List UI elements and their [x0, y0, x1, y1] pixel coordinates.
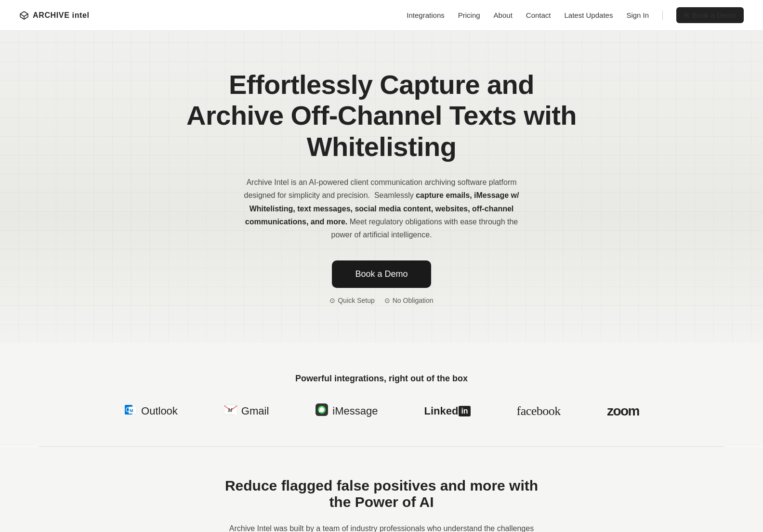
- nav-about[interactable]: About: [494, 11, 513, 19]
- hero-section: Effortlessly Capture and Archive Off-Cha…: [0, 31, 763, 343]
- ai-section-subtitle: Archive Intel was built by a team of ind…: [227, 522, 536, 532]
- integrations-grid: M Outlook M Gmail: [117, 403, 646, 419]
- integrations-title: Powerful integrations, right out of the …: [19, 374, 744, 384]
- nav-pricing[interactable]: Pricing: [458, 11, 480, 19]
- integration-linkedin: Linked in: [401, 405, 493, 417]
- hero-badges: ⊙ Quick Setup ⊙ No Obligation: [329, 297, 433, 304]
- outlook-label: Outlook: [141, 405, 178, 417]
- nav-latest-updates[interactable]: Latest Updates: [565, 11, 613, 19]
- brand-name: ARCHIVE intel: [33, 11, 90, 20]
- check-icon-2: ⊙: [384, 297, 390, 304]
- integration-gmail: M Gmail: [201, 404, 292, 418]
- nav-book-demo-button[interactable]: ⊞ Book a Demo: [676, 7, 744, 23]
- logo[interactable]: ARCHIVE intel: [19, 11, 90, 20]
- outlook-icon: M: [124, 403, 137, 419]
- gmail-icon: M: [224, 404, 237, 418]
- nav-contact[interactable]: Contact: [526, 11, 551, 19]
- imessage-label: iMessage: [332, 405, 378, 417]
- book-demo-icon: ⊞: [684, 12, 689, 19]
- badge-no-obligation-label: No Obligation: [393, 297, 434, 304]
- integration-outlook: M Outlook: [101, 403, 201, 419]
- badge-no-obligation: ⊙ No Obligation: [384, 297, 434, 304]
- imessage-icon: [315, 403, 329, 419]
- gmail-label: Gmail: [241, 405, 269, 417]
- linkedin-logo: Linked in: [424, 405, 470, 417]
- integration-zoom: zoom: [584, 403, 662, 419]
- zoom-label: zoom: [607, 403, 639, 419]
- hero-cta-button[interactable]: Book a Demo: [332, 260, 431, 288]
- ai-section: Reduce flagged false positives and more …: [0, 447, 763, 532]
- nav-links: Integrations Pricing About Contact Lates…: [407, 7, 744, 23]
- book-demo-label: Book a Demo: [692, 11, 736, 19]
- hero-subtitle: Archive Intel is an AI-powered client co…: [237, 176, 526, 241]
- svg-point-4: [127, 408, 129, 412]
- check-icon-1: ⊙: [329, 297, 335, 304]
- linkedin-box: in: [459, 406, 470, 416]
- hero-title: Effortlessly Capture and Archive Off-Cha…: [184, 69, 579, 162]
- badge-quick-setup: ⊙ Quick Setup: [329, 297, 374, 304]
- ai-section-title: Reduce flagged false positives and more …: [213, 478, 550, 510]
- svg-text:M: M: [130, 408, 133, 413]
- integrations-section: Powerful integrations, right out of the …: [0, 343, 763, 446]
- linkedin-text: Linked: [424, 405, 458, 417]
- nav-divider: [662, 11, 663, 20]
- badge-quick-setup-label: Quick Setup: [338, 297, 374, 304]
- integration-facebook: facebook: [494, 404, 584, 418]
- hero-subtitle-end: Meet regulatory obligations with ease th…: [331, 218, 518, 239]
- facebook-label: facebook: [517, 404, 561, 418]
- navbar: ARCHIVE intel Integrations Pricing About…: [0, 0, 763, 31]
- nav-integrations[interactable]: Integrations: [407, 11, 444, 19]
- logo-icon: [19, 11, 29, 20]
- nav-sign-in[interactable]: Sign In: [626, 11, 649, 19]
- integration-imessage: iMessage: [292, 403, 401, 419]
- svg-text:M: M: [228, 407, 233, 413]
